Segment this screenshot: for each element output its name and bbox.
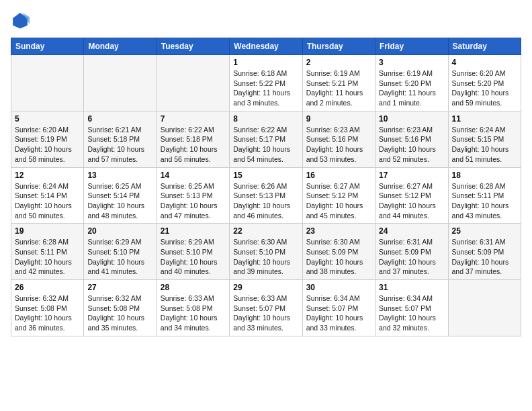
calendar-day-cell: 20Sunrise: 6:29 AM Sunset: 5:10 PM Dayli…	[84, 224, 157, 280]
calendar-day-cell: 31Sunrise: 6:34 AM Sunset: 5:07 PM Dayli…	[375, 280, 448, 336]
day-number: 8	[233, 114, 298, 124]
calendar-day-cell: 1Sunrise: 6:18 AM Sunset: 5:22 PM Daylig…	[230, 55, 302, 111]
calendar-day-cell: 14Sunrise: 6:25 AM Sunset: 5:13 PM Dayli…	[157, 167, 229, 224]
calendar-day-cell: 6Sunrise: 6:21 AM Sunset: 5:18 PM Daylig…	[84, 111, 157, 167]
calendar-week-row: 1Sunrise: 6:18 AM Sunset: 5:22 PM Daylig…	[11, 55, 521, 111]
day-number: 3	[379, 58, 444, 67]
weekday-header: Tuesday	[157, 38, 229, 55]
calendar-day-cell: 8Sunrise: 6:22 AM Sunset: 5:17 PM Daylig…	[230, 111, 302, 167]
calendar-week-row: 26Sunrise: 6:32 AM Sunset: 5:08 PM Dayli…	[11, 280, 521, 336]
calendar-day-cell: 3Sunrise: 6:19 AM Sunset: 5:20 PM Daylig…	[375, 55, 448, 111]
day-number: 10	[379, 114, 444, 124]
calendar-day-cell: 30Sunrise: 6:34 AM Sunset: 5:07 PM Dayli…	[302, 280, 375, 336]
day-info: Sunrise: 6:22 AM Sunset: 5:17 PM Dayligh…	[233, 125, 298, 165]
day-info: Sunrise: 6:32 AM Sunset: 5:08 PM Dayligh…	[15, 293, 80, 333]
weekday-header: Thursday	[302, 38, 375, 55]
day-number: 26	[15, 283, 80, 292]
calendar-day-cell: 12Sunrise: 6:24 AM Sunset: 5:14 PM Dayli…	[11, 167, 84, 224]
day-info: Sunrise: 6:32 AM Sunset: 5:08 PM Dayligh…	[87, 293, 152, 333]
day-number: 2	[306, 58, 371, 67]
day-number: 17	[379, 171, 444, 180]
calendar-day-cell: 7Sunrise: 6:22 AM Sunset: 5:18 PM Daylig…	[157, 111, 229, 167]
calendar-day-cell: 16Sunrise: 6:27 AM Sunset: 5:12 PM Dayli…	[302, 167, 375, 224]
calendar-day-cell: 26Sunrise: 6:32 AM Sunset: 5:08 PM Dayli…	[11, 280, 84, 336]
calendar-day-cell: 15Sunrise: 6:26 AM Sunset: 5:13 PM Dayli…	[230, 167, 302, 224]
day-number: 24	[379, 226, 444, 236]
calendar-day-cell: 21Sunrise: 6:29 AM Sunset: 5:10 PM Dayli…	[157, 224, 229, 280]
page-header	[11, 11, 521, 30]
calendar-day-cell: 23Sunrise: 6:30 AM Sunset: 5:09 PM Dayli…	[302, 224, 375, 280]
day-info: Sunrise: 6:31 AM Sunset: 5:09 PM Dayligh…	[452, 237, 517, 277]
calendar-day-cell: 18Sunrise: 6:28 AM Sunset: 5:11 PM Dayli…	[448, 167, 521, 224]
day-info: Sunrise: 6:31 AM Sunset: 5:09 PM Dayligh…	[379, 237, 444, 277]
day-number: 12	[15, 171, 80, 180]
calendar-day-cell: 11Sunrise: 6:24 AM Sunset: 5:15 PM Dayli…	[448, 111, 521, 167]
day-number: 19	[15, 226, 80, 236]
day-info: Sunrise: 6:28 AM Sunset: 5:11 PM Dayligh…	[452, 181, 517, 221]
day-info: Sunrise: 6:30 AM Sunset: 5:09 PM Dayligh…	[306, 237, 371, 277]
calendar-day-cell: 24Sunrise: 6:31 AM Sunset: 5:09 PM Dayli…	[375, 224, 448, 280]
calendar-day-cell: 17Sunrise: 6:27 AM Sunset: 5:12 PM Dayli…	[375, 167, 448, 224]
day-number: 23	[306, 226, 371, 236]
weekday-header: Wednesday	[230, 38, 302, 55]
day-info: Sunrise: 6:27 AM Sunset: 5:12 PM Dayligh…	[306, 181, 371, 221]
day-info: Sunrise: 6:30 AM Sunset: 5:10 PM Dayligh…	[233, 237, 298, 277]
day-info: Sunrise: 6:21 AM Sunset: 5:18 PM Dayligh…	[87, 125, 152, 165]
day-info: Sunrise: 6:20 AM Sunset: 5:19 PM Dayligh…	[15, 125, 80, 165]
logo	[11, 11, 32, 30]
day-info: Sunrise: 6:26 AM Sunset: 5:13 PM Dayligh…	[233, 181, 298, 221]
calendar-day-cell: 22Sunrise: 6:30 AM Sunset: 5:10 PM Dayli…	[230, 224, 302, 280]
day-number: 22	[233, 226, 298, 236]
day-number: 18	[452, 171, 517, 180]
calendar-header-row: SundayMondayTuesdayWednesdayThursdayFrid…	[11, 38, 521, 55]
calendar-day-cell: 9Sunrise: 6:23 AM Sunset: 5:16 PM Daylig…	[302, 111, 375, 167]
day-info: Sunrise: 6:34 AM Sunset: 5:07 PM Dayligh…	[379, 293, 444, 333]
day-number: 14	[161, 171, 226, 180]
calendar-day-cell: 27Sunrise: 6:32 AM Sunset: 5:08 PM Dayli…	[84, 280, 157, 336]
weekday-header: Saturday	[448, 38, 521, 55]
day-number: 30	[306, 283, 371, 292]
day-info: Sunrise: 6:24 AM Sunset: 5:14 PM Dayligh…	[15, 181, 80, 221]
day-number: 28	[161, 283, 226, 292]
day-info: Sunrise: 6:20 AM Sunset: 5:20 PM Dayligh…	[452, 68, 517, 108]
day-info: Sunrise: 6:23 AM Sunset: 5:16 PM Dayligh…	[379, 125, 444, 165]
logo-icon	[11, 11, 30, 30]
calendar-day-cell: 28Sunrise: 6:33 AM Sunset: 5:08 PM Dayli…	[157, 280, 229, 336]
calendar-day-cell	[84, 55, 157, 111]
day-info: Sunrise: 6:19 AM Sunset: 5:21 PM Dayligh…	[306, 68, 371, 108]
day-number: 15	[233, 171, 298, 180]
day-info: Sunrise: 6:24 AM Sunset: 5:15 PM Dayligh…	[452, 125, 517, 165]
day-number: 7	[161, 114, 226, 124]
calendar-table: SundayMondayTuesdayWednesdayThursdayFrid…	[11, 38, 521, 336]
calendar-week-row: 19Sunrise: 6:28 AM Sunset: 5:11 PM Dayli…	[11, 224, 521, 280]
calendar-day-cell: 13Sunrise: 6:25 AM Sunset: 5:14 PM Dayli…	[84, 167, 157, 224]
weekday-header: Sunday	[11, 38, 84, 55]
day-number: 9	[306, 114, 371, 124]
day-info: Sunrise: 6:25 AM Sunset: 5:13 PM Dayligh…	[161, 181, 226, 221]
calendar-day-cell: 29Sunrise: 6:33 AM Sunset: 5:07 PM Dayli…	[230, 280, 302, 336]
day-info: Sunrise: 6:29 AM Sunset: 5:10 PM Dayligh…	[161, 237, 226, 277]
day-info: Sunrise: 6:27 AM Sunset: 5:12 PM Dayligh…	[379, 181, 444, 221]
day-info: Sunrise: 6:33 AM Sunset: 5:07 PM Dayligh…	[233, 293, 298, 333]
day-number: 13	[87, 171, 152, 180]
day-number: 11	[452, 114, 517, 124]
day-info: Sunrise: 6:34 AM Sunset: 5:07 PM Dayligh…	[306, 293, 371, 333]
day-info: Sunrise: 6:18 AM Sunset: 5:22 PM Dayligh…	[233, 68, 298, 108]
calendar-day-cell	[448, 280, 521, 336]
calendar-day-cell: 25Sunrise: 6:31 AM Sunset: 5:09 PM Dayli…	[448, 224, 521, 280]
day-number: 6	[87, 114, 152, 124]
day-info: Sunrise: 6:19 AM Sunset: 5:20 PM Dayligh…	[379, 68, 444, 108]
calendar-week-row: 12Sunrise: 6:24 AM Sunset: 5:14 PM Dayli…	[11, 167, 521, 224]
calendar-week-row: 5Sunrise: 6:20 AM Sunset: 5:19 PM Daylig…	[11, 111, 521, 167]
calendar-day-cell: 4Sunrise: 6:20 AM Sunset: 5:20 PM Daylig…	[448, 55, 521, 111]
day-number: 25	[452, 226, 517, 236]
day-info: Sunrise: 6:33 AM Sunset: 5:08 PM Dayligh…	[161, 293, 226, 333]
day-info: Sunrise: 6:29 AM Sunset: 5:10 PM Dayligh…	[87, 237, 152, 277]
weekday-header: Friday	[375, 38, 448, 55]
calendar-day-cell: 2Sunrise: 6:19 AM Sunset: 5:21 PM Daylig…	[302, 55, 375, 111]
day-number: 31	[379, 283, 444, 292]
day-number: 4	[452, 58, 517, 67]
calendar-day-cell: 10Sunrise: 6:23 AM Sunset: 5:16 PM Dayli…	[375, 111, 448, 167]
day-info: Sunrise: 6:25 AM Sunset: 5:14 PM Dayligh…	[87, 181, 152, 221]
calendar-day-cell: 5Sunrise: 6:20 AM Sunset: 5:19 PM Daylig…	[11, 111, 84, 167]
